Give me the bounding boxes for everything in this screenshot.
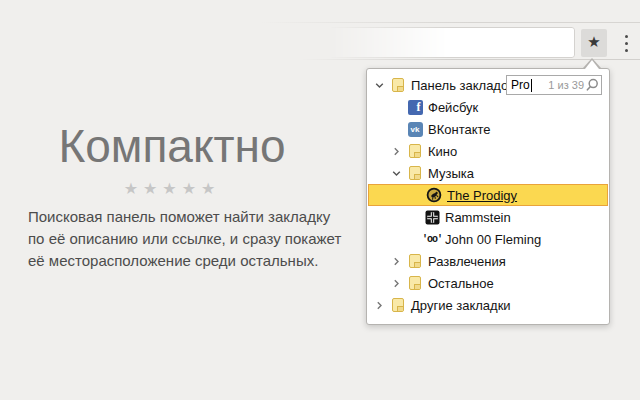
address-bar[interactable] xyxy=(328,27,575,58)
hero-description: Поисковая панель поможет найти закладку … xyxy=(28,206,388,272)
bookmark-star-button[interactable]: ★ xyxy=(581,29,607,57)
folder-icon xyxy=(409,144,421,158)
bookmark-row[interactable]: The Prodigy xyxy=(368,184,608,206)
page-title: Компактно xyxy=(22,122,322,170)
folder-icon xyxy=(392,298,404,312)
folder-icon-slot xyxy=(390,78,406,92)
john00fleming-favicon-icon: 'oo' xyxy=(422,234,442,245)
bookmark-label: John 00 Fleming xyxy=(445,232,541,247)
chevron-down-icon[interactable] xyxy=(390,169,407,178)
facebook-icon: f xyxy=(408,100,423,115)
folder-icon-slot xyxy=(407,254,423,268)
bookmark-row[interactable]: f Фейсбук xyxy=(367,96,609,118)
chevron-right-icon[interactable] xyxy=(390,147,407,156)
description-line: её месторасположение среди остальных. xyxy=(28,250,388,272)
browser-menu-button[interactable] xyxy=(618,30,634,56)
search-icon[interactable] xyxy=(585,78,599,92)
text-caret xyxy=(531,79,532,92)
folder-icon-slot xyxy=(407,144,423,158)
description-line: Поисковая панель поможет найти закладку xyxy=(28,206,388,228)
bookmark-label: Кино xyxy=(428,144,457,159)
bookmark-row[interactable]: Остальное xyxy=(367,272,609,294)
bookmarks-tree: Панель закладок f Фейсбук vk ВКонтакте К… xyxy=(367,69,609,316)
folder-icon xyxy=(409,166,421,180)
folder-icon xyxy=(392,78,404,92)
bookmark-row[interactable]: Другие закладки xyxy=(367,294,609,316)
bookmark-search-input[interactable]: Pro 1 из 39 xyxy=(506,75,602,95)
bookmark-row[interactable]: vk ВКонтакте xyxy=(367,118,609,140)
bookmark-row[interactable]: Rammstein xyxy=(367,206,609,228)
folder-icon-slot xyxy=(407,166,423,180)
folder-icon-slot xyxy=(407,276,423,290)
chevron-right-icon[interactable] xyxy=(390,257,407,266)
search-match-counter: 1 из 39 xyxy=(548,79,584,91)
vk-icon-slot: vk xyxy=(407,122,423,137)
folder-icon-slot xyxy=(390,298,406,312)
facebook-icon-slot: f xyxy=(407,100,423,115)
bookmark-row[interactable]: 'oo' John 00 Fleming xyxy=(367,228,609,250)
chevron-right-icon[interactable] xyxy=(390,279,407,288)
bookmark-label: ВКонтакте xyxy=(428,122,491,137)
rammstein-favicon-icon xyxy=(425,210,440,225)
john00fleming-favicon-icon-slot: 'oo' xyxy=(424,234,440,245)
page-background: { "hero": { "title": "Компактно", "stars… xyxy=(0,0,640,400)
chevron-down-icon[interactable] xyxy=(373,81,390,90)
bookmark-label: Фейсбук xyxy=(428,100,478,115)
folder-icon xyxy=(409,276,421,290)
bookmark-label: Rammstein xyxy=(445,210,511,225)
bookmark-label: Панель закладок xyxy=(411,78,514,93)
bookmarks-panel: Pro 1 из 39 Панель закладок f Фейсбук vk… xyxy=(366,68,610,325)
menu-dot-icon xyxy=(625,49,628,52)
bookmark-row[interactable]: Развлечения xyxy=(367,250,609,272)
folder-icon xyxy=(409,254,421,268)
prodigy-favicon-icon-slot xyxy=(426,187,442,203)
bookmark-row[interactable]: Кино xyxy=(367,140,609,162)
toolbar-top-border xyxy=(260,22,640,23)
bookmark-label: Развлечения xyxy=(428,254,506,269)
bookmark-label: Другие закладки xyxy=(411,298,511,313)
vk-icon: vk xyxy=(408,122,423,137)
bookmark-label: Остальное xyxy=(428,276,494,291)
chevron-right-icon[interactable] xyxy=(373,301,390,310)
menu-dot-icon xyxy=(625,42,628,45)
search-query-text: Pro xyxy=(511,78,530,92)
prodigy-favicon-icon xyxy=(426,187,442,203)
bookmark-label: The Prodigy xyxy=(447,188,517,203)
rammstein-favicon-icon-slot xyxy=(424,210,440,225)
hero-section: Компактно ★★★★★ xyxy=(22,122,322,198)
menu-dot-icon xyxy=(625,35,628,38)
bookmark-label: Музыка xyxy=(428,166,474,181)
panel-caret xyxy=(585,60,599,69)
star-icon: ★ xyxy=(587,35,600,50)
description-line: по её описанию или ссылке, и сразу покаж… xyxy=(28,228,388,250)
bookmark-row[interactable]: Музыка xyxy=(367,162,609,184)
rating-stars-icon: ★★★★★ xyxy=(22,179,322,198)
